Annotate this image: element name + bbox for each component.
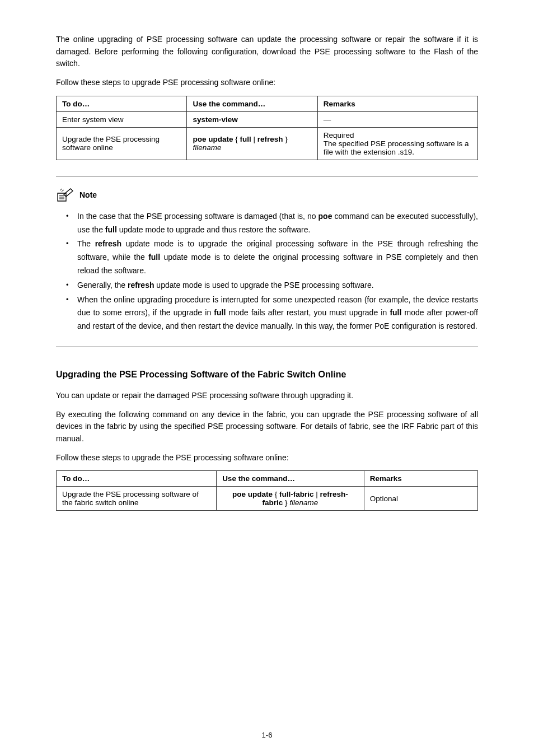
- t1-h1: To do…: [57, 96, 187, 111]
- t1-r1-c2: system-view: [187, 111, 317, 127]
- table-row: Enter system view system-view —: [57, 111, 478, 127]
- note-label: Note: [79, 190, 97, 199]
- t2-r1-c1: Upgrade the PSE processing software of t…: [57, 487, 217, 511]
- t1-r1-c3: —: [317, 111, 477, 127]
- table-row: Upgrade the PSE processing software of t…: [57, 487, 478, 511]
- page-footer: 1-6: [0, 731, 534, 739]
- t1-r2-c1: Upgrade the PSE processing software onli…: [57, 127, 187, 160]
- section2-heading: Upgrading the PSE Processing Software of…: [56, 370, 478, 380]
- note-bullets: In the case that the PSE processing soft…: [56, 210, 478, 333]
- intro-p1: The online upgrading of PSE processing s…: [56, 34, 478, 70]
- note-head: Note: [56, 188, 478, 202]
- note-block: Note In the case that the PSE processing…: [56, 176, 478, 347]
- t1-h3: Remarks: [317, 96, 477, 111]
- t1-r2-c2: poe update { full | refresh } filename: [187, 127, 317, 160]
- list-item: The refresh update mode is to upgrade th…: [66, 237, 478, 277]
- svg-line-3: [62, 190, 64, 192]
- t1-r1-c1: Enter system view: [57, 111, 187, 127]
- intro-p2: Follow these steps to upgrade PSE proces…: [56, 77, 478, 89]
- config-table-1: To do… Use the command… Remarks Enter sy…: [56, 96, 478, 160]
- sec2-p2: By executing the following command on an…: [56, 409, 478, 445]
- list-item: In the case that the PSE processing soft…: [66, 210, 478, 237]
- svg-line-4: [60, 189, 62, 190]
- table-row: Upgrade the PSE processing software onli…: [57, 127, 478, 160]
- t2-h2: Use the command…: [217, 471, 364, 487]
- list-item: When the online upgrading procedure is i…: [66, 293, 478, 333]
- t2-r1-c3: Optional: [364, 487, 477, 511]
- sec2-p1: You can update or repair the damaged PSE…: [56, 390, 478, 402]
- list-item: Generally, the refresh update mode is us…: [66, 279, 478, 292]
- sec2-p3: Follow these steps to upgrade the PSE pr…: [56, 452, 478, 464]
- t2-h3: Remarks: [364, 471, 477, 487]
- t1-r2-c3: Required The specified PSE processing so…: [317, 127, 477, 160]
- t1-h2: Use the command…: [187, 96, 317, 111]
- page: The online upgrading of PSE processing s…: [0, 0, 534, 756]
- t2-h1: To do…: [57, 471, 217, 487]
- t2-r1-c2: poe update { full-fabric | refresh-fabri…: [217, 487, 364, 511]
- note-icon: [56, 188, 75, 202]
- config-table-2: To do… Use the command… Remarks Upgrade …: [56, 470, 478, 511]
